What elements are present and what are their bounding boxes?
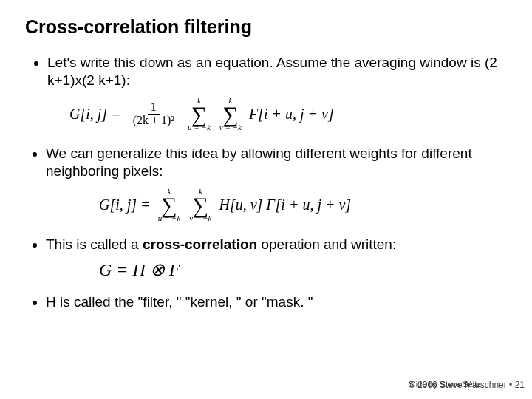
formula-1-fraction: 1 (2k + 1)² bbox=[130, 101, 177, 127]
formula-1-rhs: F[i + u, j + v] bbox=[249, 106, 334, 123]
bullet-3: This is called a cross-correlation opera… bbox=[46, 236, 507, 253]
formula-1-lhs: G[i, j] = bbox=[69, 106, 121, 123]
sigma-icon: ∑ bbox=[222, 105, 238, 124]
slide-title: Cross-correlation filtering bbox=[25, 16, 507, 38]
bullet-2: We can generalize this idea by allowing … bbox=[46, 145, 507, 180]
formula-1: G[i, j] = 1 (2k + 1)² k ∑ u = −k k ∑ v =… bbox=[69, 97, 507, 132]
bullet-4: H is called the "filter, " "kernel, " or… bbox=[46, 293, 507, 311]
slide-footer: Slide by Steve Seitz © 2006 Steve Marsch… bbox=[409, 381, 525, 390]
bullet-3-bold: cross-correlation bbox=[143, 236, 257, 252]
formula-2-lhs: G[i, j] = bbox=[99, 197, 151, 214]
bullet-list-inner-1: We can generalize this idea by allowing … bbox=[25, 145, 507, 180]
sum-lower: u = −k bbox=[158, 214, 181, 222]
formula-2-sum-v: k ∑ v = −k bbox=[189, 188, 211, 223]
footer-overlay: Slide by Steve Seitz bbox=[409, 380, 481, 389]
bullet-3-suffix: operation and written: bbox=[257, 236, 396, 252]
bullet-list: Let's write this down as an equation. As… bbox=[25, 54, 507, 89]
sum-lower: u = −k bbox=[188, 123, 211, 132]
formula-1-sum-v: k ∑ v = −k bbox=[219, 97, 242, 132]
frac-den: (2k + 1)² bbox=[130, 115, 177, 127]
sum-lower: v = −k bbox=[189, 214, 211, 222]
formula-2: G[i, j] = k ∑ u = −k k ∑ v = −k H[u, v] … bbox=[99, 188, 507, 223]
formula-1-sum-u: k ∑ u = −k bbox=[188, 97, 211, 132]
sigma-icon: ∑ bbox=[191, 105, 207, 124]
bullet-list-inner-3: H is called the "filter, " "kernel, " or… bbox=[25, 293, 507, 311]
formula-2-rhs: H[u, v] F[i + u, j + v] bbox=[219, 197, 351, 214]
formula-2-sum-u: k ∑ u = −k bbox=[158, 188, 181, 223]
frac-num: 1 bbox=[148, 101, 160, 115]
bullet-1: Let's write this down as an equation. As… bbox=[47, 54, 507, 89]
formula-3: G = H ⊗ F bbox=[99, 259, 507, 280]
bullet-list-inner-2: This is called a cross-correlation opera… bbox=[25, 236, 507, 253]
sigma-icon: ∑ bbox=[161, 196, 177, 215]
sum-lower: v = −k bbox=[219, 123, 242, 132]
sigma-icon: ∑ bbox=[193, 196, 208, 215]
bullet-3-prefix: This is called a bbox=[46, 236, 143, 252]
